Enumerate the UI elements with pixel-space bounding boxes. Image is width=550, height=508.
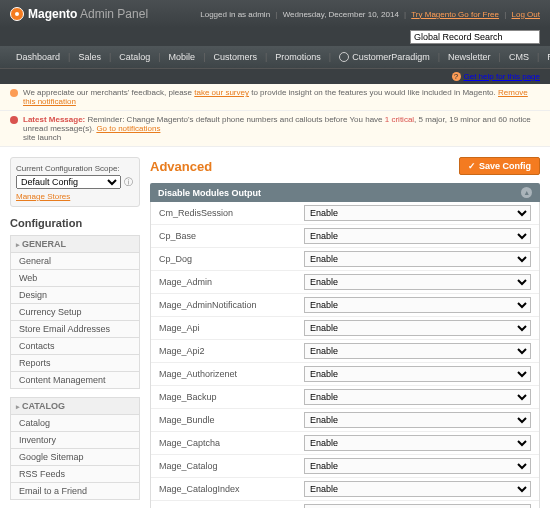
module-label: Mage_CatalogIndex (159, 484, 304, 494)
module-row: Mage_CatalogEnable (151, 455, 539, 478)
scope-label: Current Configuration Scope: (16, 164, 120, 173)
sidebar-item-currency-setup[interactable]: Currency Setup (10, 304, 140, 321)
module-label: Mage_Authorizenet (159, 369, 304, 379)
sidebar-group-general[interactable]: GENERAL (10, 235, 140, 253)
nav-newsletter[interactable]: Newsletter (440, 47, 499, 67)
module-select-mage_api2[interactable]: Enable (304, 343, 531, 359)
sidebar-group-catalog[interactable]: CATALOG (10, 397, 140, 415)
module-select-mage_captcha[interactable]: Enable (304, 435, 531, 451)
help-bar: ?Get help for this page (0, 68, 550, 84)
module-select-mage_authorizenet[interactable]: Enable (304, 366, 531, 382)
module-select-mage_api[interactable]: Enable (304, 320, 531, 336)
module-row: Mage_CatalogIndexEnable (151, 478, 539, 501)
module-select-mage_backup[interactable]: Enable (304, 389, 531, 405)
module-label: Mage_Captcha (159, 438, 304, 448)
config-scope-box: Current Configuration Scope: Default Con… (10, 157, 140, 207)
sidebar-item-general[interactable]: General (10, 253, 140, 270)
module-select-mage_admin[interactable]: Enable (304, 274, 531, 290)
nav-mobile[interactable]: Mobile (161, 47, 204, 67)
scope-select[interactable]: Default Config (16, 175, 121, 189)
sidebar-item-inventory[interactable]: Inventory (10, 432, 140, 449)
module-row: Cm_RedisSessionEnable (151, 202, 539, 225)
module-select-cp_dog[interactable]: Enable (304, 251, 531, 267)
info-icon[interactable]: ⓘ (124, 176, 134, 186)
nav-customerparadigm[interactable]: CustomerParadigm (331, 47, 438, 67)
nav-cms[interactable]: CMS (501, 47, 537, 67)
sidebar-item-design[interactable]: Design (10, 287, 140, 304)
sidebar-item-rss-feeds[interactable]: RSS Feeds (10, 466, 140, 483)
fieldset-title: Disable Modules Output (158, 188, 261, 198)
help-icon: ? (452, 72, 461, 81)
manage-stores-link[interactable]: Manage Stores (16, 192, 134, 201)
nav-promotions[interactable]: Promotions (267, 47, 329, 67)
module-label: Mage_Bundle (159, 415, 304, 425)
logo: Magento Admin Panel (10, 7, 148, 21)
main-nav: Dashboard|Sales|Catalog|Mobile|Customers… (0, 46, 550, 68)
notice-critical-icon (10, 116, 18, 124)
module-select-mage_catalogindex[interactable]: Enable (304, 481, 531, 497)
module-row: Mage_CaptchaEnable (151, 432, 539, 455)
header-date: Wednesday, December 10, 2014 (283, 10, 399, 19)
nav-reports[interactable]: Reports (539, 47, 550, 67)
sidebar-item-content-management[interactable]: Content Management (10, 372, 140, 389)
get-help-link[interactable]: Get help for this page (464, 72, 541, 81)
save-config-button[interactable]: Save Config (459, 157, 540, 175)
header-info: Logged in as admin | Wednesday, December… (200, 10, 540, 19)
sidebar-item-reports[interactable]: Reports (10, 355, 140, 372)
module-row: Cp_DogEnable (151, 248, 539, 271)
nav-sales[interactable]: Sales (70, 47, 109, 67)
notice-survey: We appreciate our merchants' feedback, p… (0, 84, 550, 111)
global-search-input[interactable] (410, 30, 540, 44)
module-select-cp_base[interactable]: Enable (304, 228, 531, 244)
module-row: Mage_AuthorizenetEnable (151, 363, 539, 386)
collapse-icon[interactable]: ▴ (521, 187, 532, 198)
sidebar: Current Configuration Scope: Default Con… (10, 157, 140, 508)
page-title: Advanced (150, 159, 212, 174)
module-label: Cm_RedisSession (159, 208, 304, 218)
go-to-notifications-link[interactable]: Go to notifications (96, 124, 160, 133)
sidebar-item-web[interactable]: Web (10, 270, 140, 287)
search-row (0, 28, 550, 46)
nav-customers[interactable]: Customers (205, 47, 265, 67)
module-row: Mage_AdminEnable (151, 271, 539, 294)
sidebar-item-catalog[interactable]: Catalog (10, 415, 140, 432)
logged-in-text: Logged in as admin (200, 10, 270, 19)
nav-catalog[interactable]: Catalog (111, 47, 158, 67)
module-row: Mage_Api2Enable (151, 340, 539, 363)
notice-latest-message: Latest Message: Reminder: Change Magento… (0, 111, 550, 147)
nav-dashboard[interactable]: Dashboard (8, 47, 68, 67)
header: Magento Admin Panel Logged in as admin |… (0, 0, 550, 28)
customerparadigm-icon (339, 52, 349, 62)
module-label: Mage_Catalog (159, 461, 304, 471)
modules-list: Cm_RedisSessionEnableCp_BaseEnableCp_Dog… (150, 202, 540, 508)
sidebar-item-email-to-a-friend[interactable]: Email to a Friend (10, 483, 140, 500)
module-row: Mage_CatalogInventoryEnable (151, 501, 539, 508)
module-label: Cp_Dog (159, 254, 304, 264)
sidebar-item-google-sitemap[interactable]: Google Sitemap (10, 449, 140, 466)
module-row: Mage_AdminNotificationEnable (151, 294, 539, 317)
module-select-mage_bundle[interactable]: Enable (304, 412, 531, 428)
module-select-cm_redissession[interactable]: Enable (304, 205, 531, 221)
try-magento-link[interactable]: Try Magento Go for Free (411, 10, 499, 19)
module-select-mage_adminnotification[interactable]: Enable (304, 297, 531, 313)
module-label: Cp_Base (159, 231, 304, 241)
module-select-mage_cataloginventory[interactable]: Enable (304, 504, 531, 508)
magento-logo-icon (10, 7, 24, 21)
module-label: Mage_AdminNotification (159, 300, 304, 310)
module-row: Mage_BackupEnable (151, 386, 539, 409)
module-label: Mage_Admin (159, 277, 304, 287)
logout-link[interactable]: Log Out (512, 10, 540, 19)
module-label: Mage_Api2 (159, 346, 304, 356)
module-row: Mage_ApiEnable (151, 317, 539, 340)
configuration-title: Configuration (10, 217, 140, 229)
fieldset-header[interactable]: Disable Modules Output ▴ (150, 183, 540, 202)
notice-bullet-icon (10, 89, 18, 97)
sidebar-item-store-email-addresses[interactable]: Store Email Addresses (10, 321, 140, 338)
module-label: Mage_Backup (159, 392, 304, 402)
take-survey-link[interactable]: take our survey (194, 88, 249, 97)
sidebar-item-contacts[interactable]: Contacts (10, 338, 140, 355)
module-row: Mage_BundleEnable (151, 409, 539, 432)
main-content: Advanced Save Config Disable Modules Out… (150, 157, 540, 508)
module-row: Cp_BaseEnable (151, 225, 539, 248)
module-select-mage_catalog[interactable]: Enable (304, 458, 531, 474)
